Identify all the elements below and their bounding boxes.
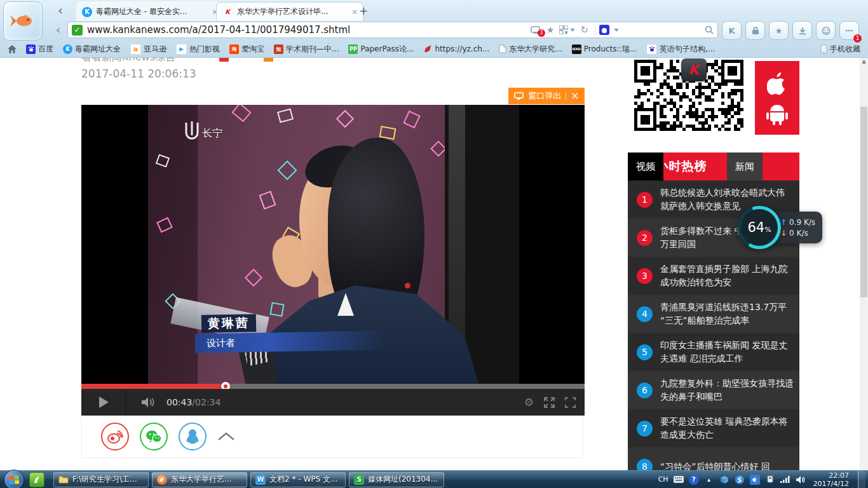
windows-flag-icon xyxy=(9,475,20,484)
popup-close-icon[interactable]: × xyxy=(571,90,579,102)
thunder-tray-icon[interactable] xyxy=(750,475,760,485)
bookmark-english[interactable]: 英语句子结构,... xyxy=(646,44,715,55)
address-bar[interactable]: ✓ www.kankanews.com/a/2017-04-11/0017949… xyxy=(67,22,718,38)
hot-item-7[interactable]: 7 要不是这位英雄 瑞典恐袭原本将造成更大伤亡 xyxy=(628,409,799,447)
qr-share-icon[interactable] xyxy=(559,25,568,34)
nav-back-icon[interactable]: ‹ xyxy=(56,23,66,37)
search-icon[interactable] xyxy=(705,25,714,34)
coreldraw-taskbar-icon[interactable] xyxy=(29,472,44,487)
keyboard-icon[interactable] xyxy=(674,475,684,485)
total-time: /02:34 xyxy=(192,397,220,407)
download-progress-ball[interactable]: 64 % xyxy=(738,206,781,249)
language-indicator[interactable]: CH xyxy=(658,475,668,484)
volume-tray-icon[interactable] xyxy=(796,475,806,485)
volume-icon[interactable] xyxy=(141,396,155,408)
k-favicon: K xyxy=(63,44,72,54)
taobao-favicon: 淘 xyxy=(229,44,239,54)
hot-item-5[interactable]: 5 印度女主播播车祸新闻 发现是丈夫遇难 忍泪完成工作 xyxy=(628,333,799,371)
video-frame: 黄琳茜 设计者 长宁 xyxy=(148,105,519,384)
tab-video[interactable]: 视频 xyxy=(628,152,663,180)
share-wechat-button[interactable] xyxy=(140,423,168,451)
sogou-tray-icon[interactable] xyxy=(735,475,745,485)
media-sniffer-icon[interactable]: 3 xyxy=(531,26,541,34)
scrollbar-up-arrow[interactable]: ▲ xyxy=(860,58,868,64)
browser-tab-2[interactable]: K 东华大学举行艺术设计毕... × xyxy=(216,2,363,21)
bookmark-taobao[interactable]: 淘 爱淘宝 xyxy=(229,44,264,55)
collapse-chevron-icon[interactable] xyxy=(217,432,235,441)
browser-tab-1[interactable]: K 毒霸网址大全 - 最安全实... × xyxy=(76,2,224,21)
paw-icon xyxy=(26,44,36,54)
page-icon xyxy=(499,44,506,53)
wps-sheet-icon: S xyxy=(354,475,364,485)
bookmark-yz[interactable]: https://yz.ch... xyxy=(423,44,489,53)
bookmark-label: 东华大学研究... xyxy=(509,44,562,55)
new-tab-button[interactable]: + xyxy=(356,4,371,18)
bookmarks-bar: 百度 K 毒霸网址大全 a 亚马逊 ▶ 热门影视 淘 爱淘宝 知 学术期刊—中.… xyxy=(0,41,868,57)
browser-search-box[interactable] xyxy=(595,24,700,36)
share-weibo-button[interactable] xyxy=(101,423,129,451)
hot-rank-3: 3 xyxy=(637,268,653,284)
chevron-down-icon[interactable] xyxy=(614,29,619,32)
bookmark-duba[interactable]: K 毒霸网址大全 xyxy=(63,44,121,55)
task-wps-sheet[interactable]: S 媒体网址(201304... xyxy=(349,472,444,487)
network-signal-icon[interactable] xyxy=(780,475,790,485)
popup-window-button[interactable]: 窗口弹出 × xyxy=(508,88,585,104)
wechat-icon xyxy=(146,430,162,444)
bookmark-label: 英语句子结构,... xyxy=(660,44,715,55)
download-button[interactable] xyxy=(792,21,812,40)
power-plug-icon[interactable] xyxy=(765,475,775,485)
bookmark-amazon[interactable]: a 亚马逊 xyxy=(130,44,166,55)
bookmark-cnki[interactable]: 知 学术期刊—中... xyxy=(274,44,339,55)
security-lock-button[interactable] xyxy=(745,21,765,40)
page-scrollbar[interactable]: ▲ xyxy=(860,56,868,470)
taskbar-clock[interactable]: 22:07 2017/4/12 xyxy=(813,471,849,488)
scrollbar-thumb[interactable] xyxy=(860,107,867,297)
bookmark-paperpass[interactable]: PP PaperPass论... xyxy=(348,44,414,55)
tray-date: 2017/4/12 xyxy=(813,480,849,488)
start-button[interactable] xyxy=(4,470,24,488)
video-viewport[interactable]: 黄琳茜 设计者 长宁 xyxy=(81,105,585,384)
hot-item-6[interactable]: 6 九院整复外科：助坚强女孩寻找遗失的鼻子和嘴巴 xyxy=(628,371,799,409)
help-icon[interactable]: ? xyxy=(689,475,699,485)
fullscreen-icon[interactable] xyxy=(565,397,576,408)
folder-icon xyxy=(58,475,69,485)
bookmark-products[interactable]: IEND Products::瑞... xyxy=(572,44,637,55)
tab-news[interactable]: 新闻 xyxy=(727,152,763,180)
task-explorer[interactable]: F:\研究生学习\工... xyxy=(53,472,149,487)
tray-expand-chevron-icon[interactable]: ▴ xyxy=(704,475,714,485)
kankanews-logo: K xyxy=(681,58,707,81)
video-progress-bar[interactable] xyxy=(81,384,585,389)
play-favicon: ▶ xyxy=(176,44,187,55)
bookmark-star-icon[interactable]: ★ xyxy=(546,25,555,35)
play-button[interactable] xyxy=(99,396,109,408)
bookmark-home[interactable] xyxy=(8,45,17,53)
chevron-down-icon[interactable] xyxy=(570,29,575,32)
hot-item-3[interactable]: 3 金属套管直插男子脸部 上海九院成功救治转危为安 xyxy=(628,257,799,295)
search-engine-paw-icon[interactable] xyxy=(599,25,609,35)
menu-more-button[interactable]: ⋯ 1 xyxy=(839,21,859,40)
task-wps-writer[interactable]: W 文档2 * - WPS 文... xyxy=(250,472,346,487)
vbox-tray-icon[interactable] xyxy=(719,475,729,485)
wall-art xyxy=(430,140,446,156)
feedback-button[interactable] xyxy=(816,21,836,40)
settings-gear-icon[interactable]: ⚙ xyxy=(524,396,534,409)
share-qq-button[interactable] xyxy=(179,423,207,451)
bookmark-dhu[interactable]: 东华大学研究... xyxy=(499,44,562,55)
task-browser[interactable]: 东华大学举行艺... xyxy=(152,472,247,487)
account-button[interactable]: K xyxy=(722,21,742,40)
bookmark-videos[interactable]: ▶ 热门影视 xyxy=(176,44,220,55)
hot-item-4[interactable]: 4 青浦黑臭河道沿线拆违13.7万平 “三无”船舶整治完成率 xyxy=(628,295,799,333)
amazon-favicon: a xyxy=(130,44,141,55)
bookmark-mobile-favorites[interactable]: 手机收藏 xyxy=(820,44,860,55)
theater-mode-icon[interactable] xyxy=(544,397,555,408)
url-text[interactable]: www.kankanews.com/a/2017-04-11/001794901… xyxy=(87,24,526,36)
favorites-button[interactable]: ★ xyxy=(769,21,789,40)
app-download-strip[interactable] xyxy=(755,61,799,135)
bookmark-baidu[interactable]: 百度 xyxy=(26,44,53,55)
refresh-icon[interactable]: ↻ xyxy=(580,24,588,36)
wall-art xyxy=(259,191,276,209)
titlebar-back-icon[interactable]: ‹ xyxy=(52,4,69,18)
player-controls: 00:43/02:34 ⚙ xyxy=(81,389,585,416)
show-desktop-button[interactable] xyxy=(858,471,865,488)
browser-skin-logo[interactable] xyxy=(3,1,43,41)
